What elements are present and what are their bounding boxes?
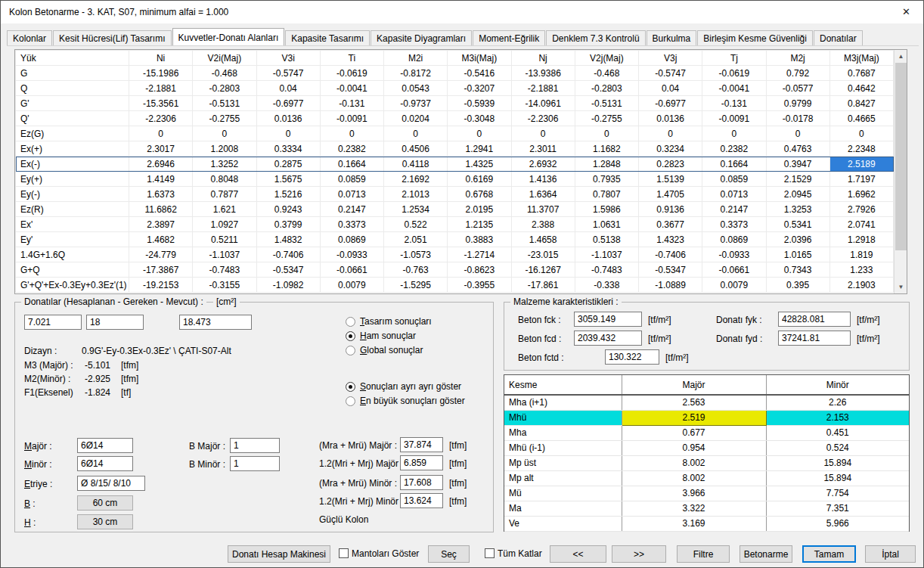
forces-cell[interactable]: 0.0204 xyxy=(384,111,448,126)
forces-row[interactable]: Ex(-)2.69461.32520.28750.16640.41181.432… xyxy=(16,157,894,172)
forces-cell[interactable]: -2.1881 xyxy=(129,81,193,96)
minor-donati-input[interactable] xyxy=(77,456,133,471)
forces-col-header[interactable]: Nj xyxy=(511,51,575,66)
sonuc-tipi-option-3[interactable]: Global sonuçlar xyxy=(346,345,432,355)
forces-col-header[interactable]: M2j xyxy=(766,51,829,66)
forces-cell[interactable]: 0.2382 xyxy=(702,141,766,157)
forces-cell[interactable]: -0.7483 xyxy=(575,262,638,278)
forces-cell[interactable]: -0.0933 xyxy=(320,247,383,262)
forces-cell[interactable]: 0.3373 xyxy=(320,217,383,232)
b-minor-input[interactable] xyxy=(230,456,280,471)
forces-col-header[interactable]: M2i xyxy=(384,51,448,66)
forces-cell[interactable]: -19.2153 xyxy=(129,278,193,293)
forces-cell[interactable]: -1.1037 xyxy=(193,247,256,262)
forces-cell[interactable]: -0.5416 xyxy=(448,66,511,81)
forces-cell[interactable]: 0.522 xyxy=(384,217,448,232)
forces-cell[interactable]: 0.8427 xyxy=(829,96,893,111)
mri-mrj-major-input[interactable] xyxy=(400,455,443,470)
forces-cell[interactable]: -15.1986 xyxy=(129,66,193,81)
forces-cell[interactable]: 2.7926 xyxy=(829,202,893,217)
forces-cell[interactable]: 0.5211 xyxy=(193,232,256,247)
forces-cell[interactable]: 0.0869 xyxy=(320,232,383,247)
forces-cell[interactable]: -0.2803 xyxy=(193,81,256,96)
forces-cell[interactable]: -0.5131 xyxy=(575,96,638,111)
forces-cell[interactable]: -0.5131 xyxy=(193,96,256,111)
forces-cell[interactable]: 0.2382 xyxy=(320,141,383,157)
forces-row[interactable]: Q-2.1881-0.28030.04-0.00410.0543-0.3207-… xyxy=(16,81,894,96)
mri-mrj-minor-input[interactable] xyxy=(400,493,443,508)
forces-cell[interactable]: 1.233 xyxy=(829,262,893,278)
forces-col-header[interactable]: V2j(Maj) xyxy=(575,51,638,66)
forces-cell[interactable]: -0.0091 xyxy=(320,111,383,126)
forces-cell[interactable]: 0.6768 xyxy=(448,187,511,202)
forces-cell[interactable]: -0.0933 xyxy=(702,247,766,262)
forces-cell[interactable]: 2.3897 xyxy=(129,217,193,232)
forces-cell[interactable]: 1.621 xyxy=(193,202,256,217)
forces-row[interactable]: G'+Q'+Ex-0.3Ey+0.3Ez'(1)-19.2153-0.3155-… xyxy=(16,278,894,293)
gosterim-option-2[interactable]: En büyük sonuçları göster xyxy=(346,396,465,406)
forces-cell[interactable]: -0.5747 xyxy=(639,66,702,81)
forces-cell[interactable]: 0.7343 xyxy=(766,262,829,278)
forces-cell[interactable]: 0.2823 xyxy=(639,157,702,172)
donati-hesap-makinesi-button[interactable]: Donatı Hesap Makinesi xyxy=(228,545,330,563)
forces-cell[interactable]: 1.5139 xyxy=(639,172,702,187)
forces-cell[interactable]: 1.0631 xyxy=(575,217,638,232)
forces-cell[interactable]: -1.0573 xyxy=(384,247,448,262)
forces-cell[interactable]: 2.0396 xyxy=(766,232,829,247)
forces-row[interactable]: G+Q-17.3867-0.7483-0.5347-0.0661-0.763-0… xyxy=(16,262,894,278)
tab-3[interactable]: Kuvvetler-Donatı Alanları xyxy=(172,28,285,45)
forces-cell[interactable]: 1.2534 xyxy=(384,202,448,217)
forces-cell[interactable]: 2.6932 xyxy=(511,157,575,172)
forces-cell[interactable]: 0.0713 xyxy=(702,187,766,202)
forces-row-label[interactable]: Ey' xyxy=(16,232,129,247)
forces-row[interactable]: Ez(G)000000000000 xyxy=(16,126,894,141)
forces-cell[interactable]: 1.5675 xyxy=(256,172,320,187)
forces-row-label[interactable]: 1.4G+1.6Q xyxy=(16,247,129,262)
forces-cell[interactable]: -0.131 xyxy=(320,96,383,111)
forces-cell[interactable]: 1.6364 xyxy=(511,187,575,202)
h-dimension-button[interactable]: 30 cm xyxy=(77,514,133,529)
forces-cell[interactable]: -0.0091 xyxy=(702,111,766,126)
forces-cell[interactable]: -2.2306 xyxy=(511,111,575,126)
forces-cell[interactable]: 0.0136 xyxy=(639,111,702,126)
sonuc-tipi-option-1[interactable]: Tasarım sonuçları xyxy=(346,316,432,327)
forces-row-label[interactable]: G+Q xyxy=(16,262,129,278)
beton-fctd-input[interactable] xyxy=(605,349,659,365)
forces-cell[interactable]: 1.3253 xyxy=(766,202,829,217)
forces-cell[interactable]: 2.3017 xyxy=(129,141,193,157)
donati-hesaplanan-input[interactable] xyxy=(24,315,82,330)
forces-cell[interactable]: 0.0136 xyxy=(256,111,320,126)
forces-cell[interactable]: 0.1664 xyxy=(702,157,766,172)
forces-cell[interactable]: 1.819 xyxy=(829,247,893,262)
forces-cell[interactable]: -0.763 xyxy=(384,262,448,278)
forces-cell[interactable]: 0 xyxy=(448,126,511,141)
forces-cell[interactable]: -0.3155 xyxy=(193,278,256,293)
forces-cell[interactable]: 1.7197 xyxy=(829,172,893,187)
forces-cell[interactable]: 0.9136 xyxy=(639,202,702,217)
forces-cell[interactable]: 0.9243 xyxy=(256,202,320,217)
forces-cell[interactable]: -1.0889 xyxy=(639,278,702,293)
tab-1[interactable]: Kolonlar xyxy=(7,30,52,45)
forces-row-label[interactable]: Ez(G) xyxy=(16,126,129,141)
forces-cell[interactable]: 0.7877 xyxy=(193,187,256,202)
forces-cell[interactable]: 0 xyxy=(193,126,256,141)
etriye-input[interactable] xyxy=(77,476,145,491)
forces-cell[interactable]: 1.4705 xyxy=(639,187,702,202)
filtre-button[interactable]: Filtre xyxy=(677,545,730,563)
forces-cell[interactable]: -0.7406 xyxy=(639,247,702,262)
vertical-scrollbar[interactable]: ▲ ▼ xyxy=(894,50,907,293)
forces-cell[interactable]: 0.0713 xyxy=(320,187,383,202)
forces-cell[interactable]: -2.1881 xyxy=(511,81,575,96)
next-button[interactable]: >> xyxy=(612,545,666,563)
forces-cell[interactable]: 1.4682 xyxy=(129,232,193,247)
scrollbar-thumb[interactable] xyxy=(895,63,907,250)
forces-cell[interactable]: 0.1664 xyxy=(320,157,383,172)
forces-cell[interactable]: 2.1013 xyxy=(384,187,448,202)
scroll-up-icon[interactable]: ▲ xyxy=(895,50,907,63)
forces-col-header[interactable]: V3j xyxy=(639,51,702,66)
forces-cell[interactable]: -0.0041 xyxy=(702,81,766,96)
forces-col-header[interactable]: Ti xyxy=(320,51,383,66)
tab-2[interactable]: Kesit Hücresi(Lif) Tasarımı xyxy=(53,30,171,45)
forces-cell[interactable]: 0 xyxy=(702,126,766,141)
forces-cell[interactable]: 2.3011 xyxy=(511,141,575,157)
